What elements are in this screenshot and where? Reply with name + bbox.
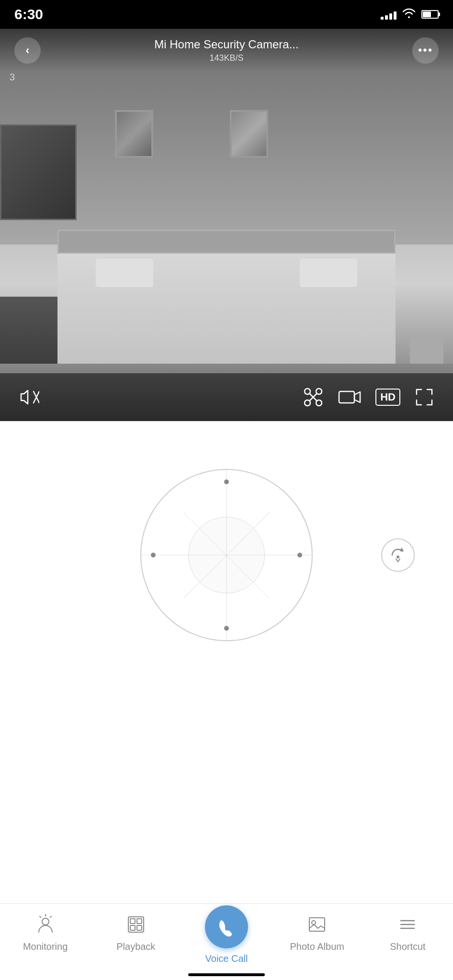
svg-rect-18 bbox=[130, 925, 135, 930]
nav-label-monitoring: Monitoring bbox=[23, 941, 68, 952]
bed-headboard bbox=[57, 230, 396, 254]
nav-item-shortcut[interactable]: Shortcut bbox=[362, 913, 453, 952]
nav-label-photo-album: Photo Album bbox=[290, 941, 344, 952]
night-indicator: 3 bbox=[10, 72, 15, 83]
more-button[interactable]: ••• bbox=[412, 37, 439, 64]
camera-feed: ‹ Mi Home Security Camera... 143KB/S •••… bbox=[0, 29, 453, 421]
record-button[interactable] bbox=[338, 389, 361, 406]
ptz-down-button[interactable] bbox=[224, 626, 229, 631]
ptz-circle[interactable] bbox=[140, 469, 313, 641]
nav-item-voice-call[interactable]: Voice Call bbox=[181, 913, 272, 964]
nav-item-playback[interactable]: Playback bbox=[91, 913, 181, 952]
tv-area bbox=[0, 124, 77, 220]
camera-title: Mi Home Security Camera... bbox=[50, 38, 403, 51]
back-button[interactable]: ‹ bbox=[14, 37, 41, 64]
svg-line-13 bbox=[50, 916, 51, 917]
svg-point-10 bbox=[396, 556, 399, 558]
nav-label-playback: Playback bbox=[116, 941, 155, 952]
camera-title-area: Mi Home Security Camera... 143KB/S bbox=[41, 38, 412, 63]
battery-icon bbox=[421, 10, 439, 19]
svg-line-14 bbox=[40, 916, 41, 917]
picture-frame-right bbox=[230, 110, 268, 158]
status-bar: 6:30 bbox=[0, 0, 453, 29]
svg-rect-16 bbox=[130, 919, 135, 924]
photo-album-icon bbox=[305, 913, 329, 936]
svg-rect-19 bbox=[137, 925, 142, 930]
mute-button[interactable] bbox=[19, 389, 39, 406]
svg-point-11 bbox=[42, 918, 49, 925]
shortcut-icon bbox=[396, 913, 419, 936]
svg-rect-17 bbox=[137, 919, 142, 924]
bed-pillow-right bbox=[300, 258, 357, 287]
reset-button[interactable] bbox=[381, 538, 415, 572]
svg-rect-8 bbox=[339, 391, 354, 403]
ptz-up-button[interactable] bbox=[224, 479, 229, 484]
monitoring-icon bbox=[34, 913, 57, 936]
nav-label-shortcut: Shortcut bbox=[390, 941, 425, 952]
screenshot-button[interactable] bbox=[303, 387, 324, 408]
bottom-nav: Monitoring Playback Voice Call bbox=[0, 903, 453, 980]
wifi-icon bbox=[402, 8, 416, 21]
status-time: 6:30 bbox=[14, 6, 43, 22]
nav-item-photo-album[interactable]: Photo Album bbox=[272, 913, 362, 952]
bed-pillow-left bbox=[96, 258, 153, 287]
ptz-left-button[interactable] bbox=[151, 553, 156, 557]
nav-label-voice-call: Voice Call bbox=[205, 953, 248, 964]
status-icons bbox=[381, 8, 439, 21]
nav-item-monitoring[interactable]: Monitoring bbox=[0, 913, 91, 952]
svg-point-21 bbox=[312, 921, 316, 924]
content-area bbox=[0, 421, 453, 756]
fullscreen-button[interactable] bbox=[415, 388, 434, 407]
home-indicator bbox=[188, 973, 265, 976]
camera-speed: 143KB/S bbox=[50, 53, 403, 63]
hd-badge: HD bbox=[375, 389, 400, 406]
voice-call-fab[interactable] bbox=[205, 905, 248, 948]
quality-button[interactable]: HD bbox=[375, 389, 400, 406]
svg-point-6 bbox=[305, 400, 310, 406]
playback-icon bbox=[124, 913, 148, 936]
ptz-container bbox=[0, 450, 453, 670]
signal-icon bbox=[381, 9, 396, 20]
camera-header: ‹ Mi Home Security Camera... 143KB/S ••• bbox=[0, 29, 453, 72]
svg-point-7 bbox=[316, 389, 322, 394]
more-dots-icon: ••• bbox=[418, 44, 433, 57]
bed bbox=[57, 249, 396, 383]
camera-controls: HD bbox=[0, 373, 453, 421]
back-chevron-icon: ‹ bbox=[26, 44, 30, 57]
ptz-right-button[interactable] bbox=[297, 553, 302, 557]
svg-rect-20 bbox=[309, 918, 325, 931]
camera-video bbox=[0, 29, 453, 421]
picture-frame-left bbox=[115, 110, 153, 158]
